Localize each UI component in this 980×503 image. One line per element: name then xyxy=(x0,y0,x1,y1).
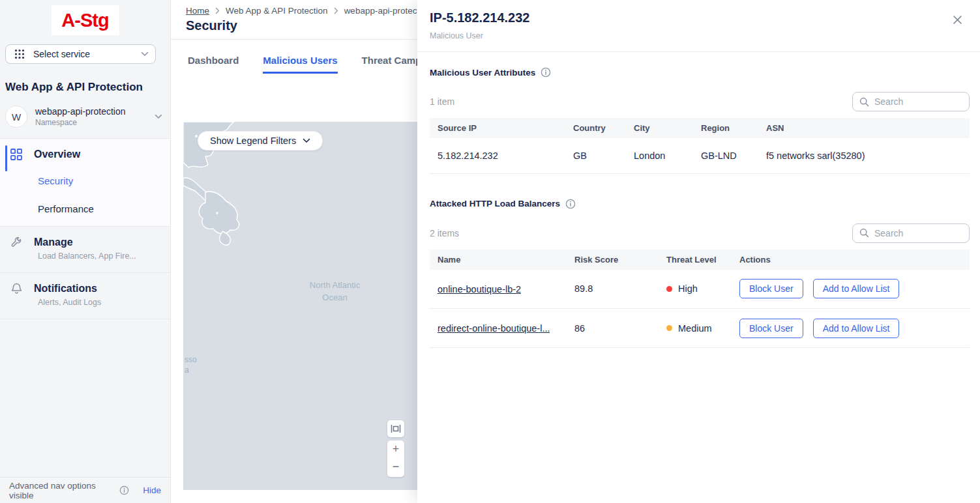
chevron-down-icon xyxy=(303,138,310,143)
attributes-item-count: 1 item xyxy=(430,96,454,107)
table-row: 5.182.214.232 GB London GB-LND f5 networ… xyxy=(430,138,970,173)
cell-asn: f5 networks sarl(35280) xyxy=(758,138,970,173)
threat-level-badge: Medium xyxy=(666,323,724,334)
cell-risk-score: 89.8 xyxy=(567,270,659,309)
breadcrumb-home[interactable]: Home xyxy=(186,6,209,16)
chevron-right-icon xyxy=(334,7,338,14)
search-icon xyxy=(859,228,869,238)
map-landmass xyxy=(183,122,418,490)
threat-level-dot-icon xyxy=(666,325,672,331)
table-header-row: Source IP Country City Region ASN xyxy=(430,118,970,138)
tab-dashboard[interactable]: Dashboard xyxy=(188,55,239,74)
cell-city: London xyxy=(626,138,693,173)
map-zoom-control: + − xyxy=(387,440,404,477)
lb-name-link[interactable]: online-boutique-lb-2 xyxy=(438,284,521,295)
sidebar: A-Stg Select service Web App & API Prote… xyxy=(0,0,171,503)
col-city: City xyxy=(626,118,693,138)
threat-level-badge: High xyxy=(666,283,724,294)
fit-bounds-button[interactable] xyxy=(387,420,404,437)
block-user-button[interactable]: Block User xyxy=(739,319,803,338)
brand-logo-text: A-Stg xyxy=(61,10,108,31)
cell-country: GB xyxy=(565,138,626,173)
sidebar-item-notifications[interactable]: Notifications xyxy=(9,282,161,295)
attributes-search-input[interactable] xyxy=(874,96,962,107)
namespace-selector[interactable]: W webapp-api-protection Namespace xyxy=(5,106,165,128)
info-icon xyxy=(119,485,129,495)
lb-name-link[interactable]: redirect-online-boutique-l... xyxy=(438,323,550,334)
table-row: redirect-online-boutique-l... 86 Medium … xyxy=(430,309,970,348)
chevron-down-icon xyxy=(141,51,149,57)
namespace-avatar: W xyxy=(5,106,27,128)
lb-section-title: Attacked HTTP Load Balancers xyxy=(430,199,560,208)
table-row: online-boutique-lb-2 89.8 High Block Use… xyxy=(430,270,970,309)
attributes-search xyxy=(852,92,970,111)
col-name: Name xyxy=(430,250,567,270)
sidebar-item-overview[interactable]: Overview xyxy=(9,148,161,161)
zoom-in-button[interactable]: + xyxy=(387,440,404,458)
col-actions: Actions xyxy=(732,250,970,270)
sidebar-item-notifications-label: Notifications xyxy=(34,283,97,295)
bell-icon xyxy=(9,282,23,295)
cell-source-ip: 5.182.214.232 xyxy=(430,138,565,173)
col-risk-score: Risk Score xyxy=(567,250,659,270)
sidebar-item-manage-label: Manage xyxy=(34,237,73,248)
tab-bar: Dashboard Malicious Users Threat Campaig… xyxy=(188,55,447,74)
show-legend-filters-label: Show Legend Filters xyxy=(210,136,296,146)
grid-icon xyxy=(9,148,23,161)
block-user-button[interactable]: Block User xyxy=(739,279,803,298)
panel-header: IP-5.182.214.232 Malicious User xyxy=(417,0,980,52)
lb-section-header: Attacked HTTP Load Balancers xyxy=(430,199,970,209)
zoom-out-button[interactable]: − xyxy=(387,458,404,476)
lb-search xyxy=(852,223,970,243)
add-to-allow-list-button[interactable]: Add to Allow List xyxy=(813,319,900,338)
col-region: Region xyxy=(693,118,758,138)
chevron-down-icon xyxy=(155,114,162,119)
breadcrumb: Home Web App & API Protection webapp-api… xyxy=(186,6,431,16)
threat-level-label: Medium xyxy=(678,323,712,334)
lb-search-input[interactable] xyxy=(874,228,962,238)
panel-title: IP-5.182.214.232 xyxy=(430,10,529,25)
col-source-ip: Source IP xyxy=(430,118,565,138)
hide-advanced-nav-link[interactable]: Hide xyxy=(143,485,161,495)
sidebar-item-notifications-subtitle: Alerts, Audit Logs xyxy=(38,298,161,307)
sidebar-item-manage-subtitle: Load Balancers, App Fire... xyxy=(38,252,161,261)
info-icon[interactable] xyxy=(565,199,576,209)
sidebar-item-overview-label: Overview xyxy=(34,149,80,160)
sidebar-group-overview: Overview Security Performance xyxy=(0,139,170,227)
add-to-allow-list-button[interactable]: Add to Allow List xyxy=(813,279,900,298)
chevron-right-icon xyxy=(215,7,220,14)
cell-risk-score: 86 xyxy=(567,309,659,348)
namespace-name: webapp-api-protection xyxy=(35,106,147,117)
table-header-row: Name Risk Score Threat Level Actions xyxy=(430,250,970,270)
page-title: Security xyxy=(186,18,237,33)
breadcrumb-item[interactable]: Web App & API Protection xyxy=(226,6,328,16)
search-icon xyxy=(859,97,869,107)
wrench-icon xyxy=(9,236,23,249)
col-asn: ASN xyxy=(758,118,970,138)
select-service-dropdown[interactable]: Select service xyxy=(5,44,156,64)
close-icon[interactable] xyxy=(953,14,964,25)
attributes-section-title: Malicious User Attributes xyxy=(430,68,535,78)
threat-level-dot-icon xyxy=(666,286,672,292)
sidebar-group-manage: Manage Load Balancers, App Fire... xyxy=(0,227,170,273)
sidebar-footer: Advanced nav options visible Hide xyxy=(0,477,170,503)
select-service-label: Select service xyxy=(33,49,134,59)
lb-item-count: 2 items xyxy=(430,228,459,238)
namespace-type-label: Namespace xyxy=(35,118,147,127)
panel-subtitle: Malicious User xyxy=(430,31,483,40)
sidebar-item-security[interactable]: Security xyxy=(38,175,161,186)
brand-logo: A-Stg xyxy=(52,5,119,35)
sidebar-group-notifications: Notifications Alerts, Audit Logs xyxy=(0,273,170,319)
cell-region: GB-LND xyxy=(693,138,758,173)
active-indicator-bar xyxy=(5,145,7,171)
sidebar-item-manage[interactable]: Manage xyxy=(9,236,161,249)
tab-malicious-users[interactable]: Malicious Users xyxy=(263,55,337,74)
map-ocean-label: North Atlantic Ocean xyxy=(288,280,382,304)
app-grid-icon xyxy=(12,49,27,59)
show-legend-filters-button[interactable]: Show Legend Filters xyxy=(198,131,323,151)
sidebar-nav: Overview Security Performance Manage Loa… xyxy=(0,138,170,319)
lb-table: Name Risk Score Threat Level Actions onl… xyxy=(430,250,970,349)
col-threat-level: Threat Level xyxy=(659,250,732,270)
info-icon[interactable] xyxy=(541,67,551,78)
sidebar-item-performance[interactable]: Performance xyxy=(38,203,161,214)
